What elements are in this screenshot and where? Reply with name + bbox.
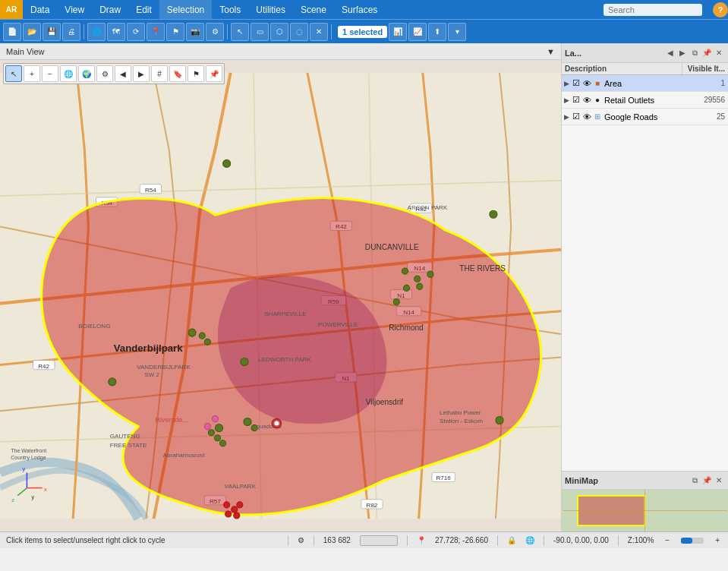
svg-text:GAUTENG: GAUTENG: [110, 433, 140, 440]
select-arrow[interactable]: ↖: [231, 23, 249, 41]
layer-row-google-roads[interactable]: ▶ ☑ 👁 ⊞ Google Roads 25: [562, 109, 728, 125]
check-area[interactable]: ☑: [571, 78, 581, 88]
layers-restore-btn[interactable]: ⧉: [689, 47, 701, 59]
vis-area[interactable]: 👁: [581, 79, 592, 88]
minimap-panel: MiniMap ⧉ 📌 ✕: [562, 471, 728, 532]
svg-text:Viljoensdrif: Viljoensdrif: [366, 398, 403, 406]
table-button[interactable]: 📊: [389, 23, 407, 41]
zoom-plus-btn[interactable]: +: [713, 536, 722, 544]
map-view-dropdown[interactable]: ▼: [547, 47, 555, 56]
back-tool[interactable]: ◀: [115, 65, 131, 82]
vis-retail[interactable]: 👁: [581, 96, 592, 105]
check-roads[interactable]: ☑: [571, 112, 581, 121]
map-toolbar: ↖ + − 🌐 🌍 ⚙ ◀ ▶ # 🔖 ⚑ 📌: [3, 63, 225, 84]
layers-forward-btn[interactable]: ▶: [676, 47, 689, 59]
menu-utilities[interactable]: Utilities: [248, 0, 293, 19]
status-sep-5: [544, 535, 544, 546]
map-button[interactable]: 🗺: [107, 23, 125, 41]
expand-button[interactable]: ▾: [448, 23, 466, 41]
svg-point-67: [208, 430, 214, 436]
status-lock-icon: 🔒: [507, 536, 516, 544]
zoom-minus-btn[interactable]: −: [663, 536, 672, 544]
stats-button[interactable]: 📈: [408, 23, 427, 41]
minimap-title: MiniMap: [565, 476, 689, 485]
globe2-tool[interactable]: 🌍: [78, 65, 95, 82]
settings-tool[interactable]: ⚙: [96, 65, 113, 82]
print-button[interactable]: 🖨: [62, 23, 80, 41]
svg-text:DUNCANVILLE: DUNCANVILLE: [365, 243, 419, 251]
new-button[interactable]: 📄: [3, 23, 21, 41]
separator-1: [84, 24, 84, 39]
globe-tool[interactable]: 🌐: [60, 65, 77, 82]
layer-row-area[interactable]: ▶ ☑ 👁 ■ Area 1: [562, 75, 728, 92]
map-view-title: Main View: [6, 47, 45, 56]
flag-button[interactable]: ⚑: [166, 23, 184, 41]
svg-text:y: y: [32, 494, 35, 500]
forward-tool[interactable]: ▶: [133, 65, 150, 82]
svg-point-58: [393, 299, 399, 305]
pin-tool[interactable]: 📌: [206, 65, 222, 82]
main-toolbar: 📄 📂 💾 🖨 🌐 🗺 ⟳ 📍 ⚑ 📷 ⚙ ↖ ▭ ⬡ ◌ ✕ 1 select…: [0, 19, 728, 43]
settings-button[interactable]: ⚙: [206, 23, 224, 41]
save-button[interactable]: 💾: [43, 23, 61, 41]
status-settings[interactable]: ⚙: [298, 536, 304, 544]
menu-draw[interactable]: Draw: [92, 0, 128, 19]
map-title-bar: Main View ▼: [0, 43, 561, 60]
zoom-in-tool[interactable]: +: [24, 65, 40, 82]
select-lasso[interactable]: ◌: [290, 23, 308, 41]
minimap-canvas[interactable]: [562, 490, 728, 532]
status-rotation: -90.0, 0.00, 0.00: [553, 536, 609, 544]
locate-button[interactable]: 📍: [147, 23, 165, 41]
vis-roads[interactable]: 👁: [581, 112, 592, 121]
layers-panel: La... ◀ ▶ ⧉ 📌 ✕ Description Visible It..…: [562, 43, 728, 471]
svg-point-70: [496, 416, 503, 424]
layers-close-btn[interactable]: ✕: [713, 47, 725, 59]
zoom-out-tool[interactable]: −: [42, 65, 58, 82]
minimap-pin-btn[interactable]: 📌: [701, 475, 713, 487]
svg-text:The Waterfront: The Waterfront: [11, 448, 46, 454]
open-button[interactable]: 📂: [23, 23, 41, 41]
svg-text:VAALPARK: VAALPARK: [225, 483, 257, 490]
count-dropdown[interactable]: [360, 535, 398, 546]
globe-button[interactable]: 🌐: [87, 23, 106, 41]
layers-table: Description Visible It... ▶ ☑ 👁 ■ Area 1…: [562, 63, 728, 471]
help-button[interactable]: ?: [713, 2, 728, 17]
refresh-button[interactable]: ⟳: [127, 23, 145, 41]
layer-row-retail[interactable]: ▶ ☑ 👁 ● Retail Outlets 29556: [562, 92, 728, 109]
menu-edit[interactable]: Edit: [128, 0, 159, 19]
svg-point-59: [188, 329, 196, 336]
svg-point-65: [251, 425, 257, 431]
status-zoom: Z:100%: [628, 536, 654, 544]
layers-header: La... ◀ ▶ ⧉ 📌 ✕: [562, 43, 728, 63]
layer-name-retail: Retail Outlets: [603, 94, 690, 106]
separator-2: [227, 24, 228, 39]
svg-text:FREE STATE: FREE STATE: [110, 442, 147, 449]
check-retail[interactable]: ☑: [571, 95, 581, 105]
cursor-tool[interactable]: ↖: [5, 65, 22, 82]
menu-tools[interactable]: Tools: [212, 0, 248, 19]
minimap-close-btn[interactable]: ✕: [713, 475, 725, 487]
map-svg: R54 R54 R82 R42 R42 R716 R82 R57 N1 N1: [0, 60, 561, 532]
layers-back-btn[interactable]: ◀: [664, 47, 676, 59]
menu-surfaces[interactable]: Surfaces: [334, 0, 385, 19]
menu-view[interactable]: View: [57, 0, 92, 19]
selected-badge: 1 selected: [338, 26, 387, 38]
svg-point-52: [490, 210, 497, 218]
flag-tool[interactable]: ⚑: [188, 65, 204, 82]
camera-button[interactable]: 📷: [186, 23, 204, 41]
minimap-restore-btn[interactable]: ⧉: [689, 475, 701, 487]
select-poly[interactable]: ⬡: [270, 23, 288, 41]
layers-pin-btn[interactable]: 📌: [701, 47, 713, 59]
status-count: 163 682: [323, 536, 351, 544]
search-input[interactable]: [604, 4, 702, 16]
select-rect[interactable]: ▭: [251, 23, 269, 41]
export-button[interactable]: ⬆: [428, 23, 446, 41]
menu-data[interactable]: Data: [23, 0, 57, 19]
menu-scene[interactable]: Scene: [293, 0, 334, 19]
map-canvas[interactable]: ↖ + − 🌐 🌍 ⚙ ◀ ▶ # 🔖 ⚑ 📌: [0, 60, 561, 532]
menu-selection[interactable]: Selection: [159, 0, 212, 19]
bookmark-tool[interactable]: 🔖: [169, 65, 186, 82]
deselect-button[interactable]: ✕: [310, 23, 328, 41]
grid-tool[interactable]: #: [151, 65, 168, 82]
svg-point-53: [402, 268, 408, 274]
